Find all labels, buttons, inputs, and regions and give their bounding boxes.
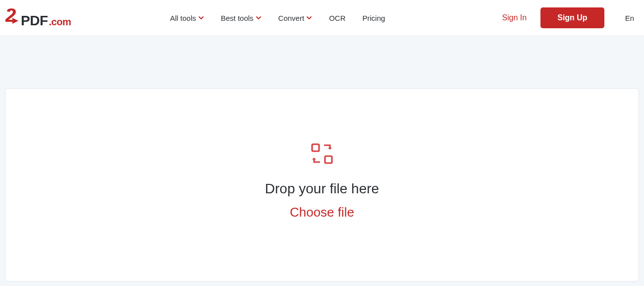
drop-text: Drop your file here (265, 181, 379, 197)
main-nav: All tools Best tools Convert OCR Pricing (170, 14, 385, 22)
main-content: Drop your file here Choose file (0, 36, 644, 286)
header-right: Sign In Sign Up En (502, 7, 634, 28)
swap-convert-icon (311, 143, 333, 166)
chevron-down-icon (256, 15, 262, 21)
nav-all-tools-label: All tools (170, 14, 196, 22)
logo[interactable]: PDF .com (5, 7, 71, 29)
svg-rect-0 (312, 144, 319, 151)
nav-ocr[interactable]: OCR (329, 14, 345, 22)
signup-button[interactable]: Sign Up (540, 7, 604, 28)
logo-com-text: .com (49, 16, 71, 28)
nav-best-tools[interactable]: Best tools (221, 14, 262, 22)
nav-pricing-label: Pricing (362, 14, 385, 22)
nav-ocr-label: OCR (329, 14, 345, 22)
nav-all-tools[interactable]: All tools (170, 14, 204, 22)
file-dropzone[interactable]: Drop your file here Choose file (5, 88, 639, 282)
signin-link[interactable]: Sign In (502, 13, 527, 22)
nav-convert-label: Convert (278, 14, 305, 22)
nav-pricing[interactable]: Pricing (362, 14, 385, 22)
chevron-down-icon (306, 15, 312, 21)
chevron-down-icon (198, 15, 204, 21)
choose-file-link[interactable]: Choose file (290, 205, 354, 220)
nav-convert[interactable]: Convert (278, 14, 313, 22)
language-selector[interactable]: En (625, 14, 634, 22)
logo-two-arrow-icon (5, 7, 20, 25)
header: PDF .com All tools Best tools Convert OC… (0, 0, 644, 36)
svg-rect-1 (325, 156, 332, 163)
logo-pdf-text: PDF (21, 13, 48, 29)
nav-best-tools-label: Best tools (221, 14, 254, 22)
